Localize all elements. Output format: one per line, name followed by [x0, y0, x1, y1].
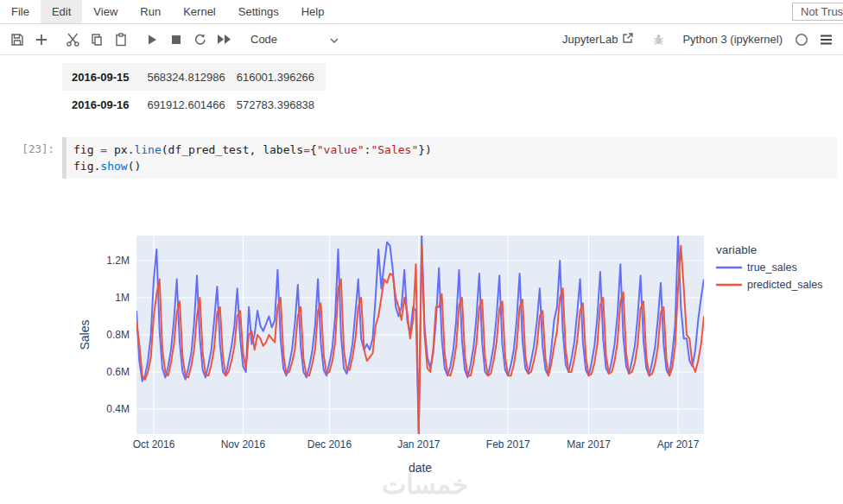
- menu-item-file[interactable]: File: [0, 0, 41, 23]
- copy-icon: [90, 33, 104, 47]
- y-axis-title: Sales: [78, 319, 92, 350]
- code-token: fig: [73, 143, 93, 156]
- code-token: =: [303, 143, 310, 156]
- x-tick-label: Mar 2017: [567, 438, 611, 450]
- code-token: df_pred_test: [168, 143, 250, 156]
- kernel-status-circle-icon: [795, 33, 808, 47]
- code-token: "Sales": [371, 143, 418, 156]
- x-tick-label: Dec 2016: [307, 438, 352, 450]
- menu-item-help[interactable]: Help: [290, 0, 336, 23]
- menu-item-run[interactable]: Run: [129, 0, 172, 23]
- series-line-predicted_sales: [136, 246, 704, 433]
- menu-item-settings[interactable]: Settings: [227, 0, 290, 23]
- x-tick-label: Apr 2017: [657, 438, 700, 450]
- code-line: fig = px.line(df_pred_test, labels={"val…: [73, 142, 830, 158]
- code-token: ): [425, 143, 432, 156]
- x-tick-label: Jan 2017: [397, 438, 441, 450]
- toolbar-overflow-button[interactable]: [814, 29, 838, 50]
- debugger-bug-icon: [652, 33, 665, 46]
- menu-bar: File Edit View Run Kernel Settings Help …: [0, 0, 843, 24]
- y-tick-label: 0.6M: [106, 366, 130, 378]
- row-value-1: 691912.601466: [147, 98, 236, 111]
- hamburger-menu-icon: [820, 35, 833, 45]
- cut-icon: [66, 33, 80, 47]
- x-axis-title: date: [409, 461, 432, 475]
- code-token: "value": [317, 143, 364, 156]
- restart-kernel-button[interactable]: [188, 29, 212, 50]
- copy-button[interactable]: [85, 29, 109, 50]
- run-all-icon: [217, 34, 232, 45]
- y-tick-label: 0.4M: [106, 403, 130, 415]
- code-token: line: [134, 143, 161, 156]
- plot-background: [136, 236, 704, 434]
- y-tick-label: 1M: [115, 292, 130, 304]
- cut-button[interactable]: [60, 29, 85, 50]
- menu-item-view[interactable]: View: [82, 0, 129, 23]
- run-icon: [146, 34, 158, 46]
- x-tick-label: Feb 2017: [486, 438, 530, 450]
- code-token: labels: [263, 143, 303, 156]
- paste-icon: [114, 33, 128, 47]
- legend-item-true_sales[interactable]: true_sales: [747, 261, 797, 274]
- jupyterlab-link[interactable]: JupyterLab: [562, 32, 634, 47]
- trust-indicator-button[interactable]: Not Trus: [792, 3, 843, 21]
- stop-icon: [171, 35, 181, 45]
- row-date: 2016-09-16: [62, 98, 147, 111]
- add-cell-button[interactable]: [29, 29, 54, 50]
- paste-button[interactable]: [109, 29, 133, 50]
- jupyterlab-label: JupyterLab: [562, 33, 618, 46]
- code-token: }: [418, 143, 425, 156]
- save-button[interactable]: [5, 29, 29, 50]
- dataframe-output: 2016-09-15568324.812986616001.3962662016…: [62, 63, 326, 118]
- external-link-icon: [618, 32, 634, 47]
- restart-kernel-icon: [193, 33, 207, 47]
- x-tick-label: Nov 2016: [221, 438, 266, 450]
- chevron-down-icon: [330, 33, 339, 46]
- code-token: fig: [73, 160, 93, 173]
- code-cell: [23]: fig = px.line(df_pred_test, labels…: [0, 137, 843, 179]
- code-editor[interactable]: fig = px.line(df_pred_test, labels={"val…: [62, 137, 837, 179]
- cell-type-dropdown[interactable]: Code: [245, 29, 344, 50]
- code-token: [256, 143, 263, 156]
- cell-type-value: Code: [250, 33, 277, 46]
- x-tick-label: Oct 2016: [133, 438, 175, 450]
- code-token: (: [162, 143, 168, 156]
- row-date: 2016-09-15: [62, 71, 147, 84]
- code-token: =: [100, 143, 107, 156]
- menu-item-kernel[interactable]: Kernel: [172, 0, 227, 23]
- cell-execution-prompt: [23]:: [0, 137, 62, 179]
- run-all-button[interactable]: [212, 29, 237, 50]
- menu-item-edit[interactable]: Edit: [41, 0, 82, 23]
- table-row: 2016-09-16691912.601466572783.396838: [62, 91, 326, 118]
- code-line: fig.show(): [73, 158, 830, 174]
- code-token: show: [100, 160, 127, 173]
- run-cell-button[interactable]: [140, 29, 164, 50]
- row-value-2: 572783.396838: [237, 98, 326, 111]
- notebook-toolbar: Code JupyterLab Python 3 (ipykernel): [0, 24, 843, 55]
- series-line-true_sales: [136, 235, 704, 435]
- jupyterlab-window: { "menu": { "items": [ {"label": "File"}…: [0, 0, 843, 504]
- code-token: [107, 143, 114, 156]
- kernel-name[interactable]: Python 3 (ipykernel): [682, 33, 783, 46]
- table-row: 2016-09-15568324.812986616001.396266: [62, 63, 326, 91]
- code-token: {: [310, 143, 317, 156]
- watermark: خمسات: [382, 470, 468, 499]
- row-value-2: 616001.396266: [237, 71, 326, 84]
- row-value-1: 568324.812986: [147, 71, 236, 84]
- stop-button[interactable]: [164, 29, 188, 50]
- y-tick-label: 1.2M: [106, 255, 130, 267]
- save-icon: [10, 33, 24, 47]
- legend-title: variable: [716, 243, 757, 256]
- y-tick-label: 0.8M: [106, 329, 130, 341]
- debugger-button[interactable]: [646, 29, 670, 50]
- legend-item-predicted_sales[interactable]: predicted_sales: [747, 279, 823, 291]
- add-cell-icon: [35, 34, 48, 46]
- code-token: px: [114, 143, 128, 156]
- kernel-status-button[interactable]: [789, 29, 814, 50]
- code-token: ): [134, 160, 141, 173]
